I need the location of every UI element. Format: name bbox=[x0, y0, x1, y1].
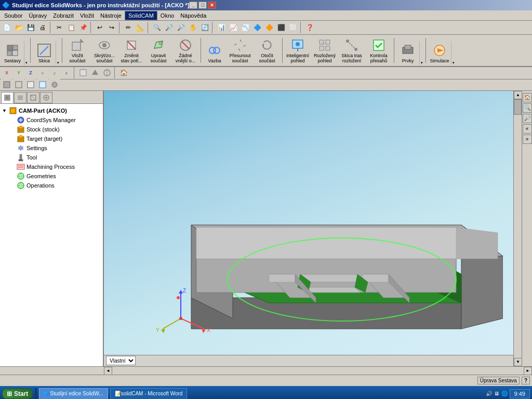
tb-kontrola[interactable]: Kontrola přesahů bbox=[366, 36, 392, 65]
tb-sestavy-button[interactable]: Sestavy bbox=[1, 41, 24, 65]
taskbar-word[interactable]: 📝 solidCAM - Microsoft Word bbox=[110, 388, 188, 399]
viewport[interactable]: Z X Y Vlastní bbox=[104, 91, 513, 366]
hscroll-right-button[interactable]: ► bbox=[524, 367, 532, 375]
menu-napoveda[interactable]: Nápověda bbox=[177, 11, 209, 20]
tb-open[interactable]: 📂 bbox=[13, 22, 24, 33]
menu-vlozit[interactable]: Vložit bbox=[77, 11, 97, 20]
tree-settings[interactable]: Settings bbox=[2, 143, 101, 153]
tb-orient2[interactable] bbox=[101, 67, 113, 78]
tb-rotate[interactable]: 🔄 bbox=[199, 22, 210, 33]
scroll-down-button[interactable]: ▼ bbox=[514, 358, 522, 366]
panel-tab-3[interactable] bbox=[27, 92, 39, 103]
scroll-up-button[interactable]: ▲ bbox=[514, 91, 522, 99]
tb-axis-yn[interactable]: y bbox=[49, 67, 60, 78]
tb-vlozit-soucast[interactable]: Vložit součást bbox=[64, 36, 90, 65]
tree-geometries[interactable]: Geometries bbox=[2, 171, 101, 181]
tb-zadne[interactable]: Žádné vnější o... bbox=[172, 36, 198, 65]
scroll-thumb[interactable] bbox=[514, 99, 522, 115]
tb-view1[interactable]: 📊 bbox=[216, 22, 227, 33]
tb-draft[interactable] bbox=[49, 79, 60, 90]
tree-root[interactable]: ▼ CAM-Part (ACKO) bbox=[2, 106, 101, 115]
sestavy-arrow[interactable]: ▾ bbox=[24, 41, 28, 65]
tb-save[interactable]: 💾 bbox=[25, 22, 36, 33]
tb-wireframe[interactable] bbox=[13, 79, 24, 90]
tb-home[interactable]: 🏠 bbox=[118, 67, 129, 78]
hscroll-left-button[interactable]: ◄ bbox=[104, 367, 112, 375]
tb-axis-x[interactable]: X bbox=[1, 67, 12, 78]
tb-zoom-out[interactable]: 🔎 bbox=[175, 22, 187, 33]
status-help[interactable]: ? bbox=[522, 377, 530, 384]
tb-sketch[interactable]: ✏ bbox=[123, 22, 134, 33]
tree-target[interactable]: Target (target) bbox=[2, 134, 101, 143]
close-button[interactable]: ✕ bbox=[208, 2, 216, 9]
tb-upravit-soucast[interactable]: Upravit součást bbox=[145, 36, 171, 65]
tb-presunout[interactable]: Přesunout součást bbox=[227, 36, 253, 65]
menu-soubor[interactable]: Soubor bbox=[1, 11, 25, 20]
panel-tab-2[interactable] bbox=[14, 92, 26, 103]
tb-view-orient[interactable] bbox=[89, 67, 101, 78]
tb-pan[interactable]: ✋ bbox=[187, 22, 198, 33]
panel-tab-tree[interactable] bbox=[1, 92, 14, 103]
tb-redo[interactable]: ↪ bbox=[106, 22, 117, 33]
tb-rozlozeny[interactable]: Rozložený pohled bbox=[312, 36, 338, 65]
tb-view2[interactable]: 📈 bbox=[228, 22, 239, 33]
tree-machining-process[interactable]: Machining Process bbox=[2, 162, 101, 171]
taskbar-solidworks[interactable]: 🔷 Studijní edice SolidW... bbox=[39, 388, 108, 399]
view-select[interactable]: Vlastní bbox=[106, 356, 136, 365]
menu-zobrazit[interactable]: Zobrazit bbox=[50, 11, 77, 20]
tb-otocit[interactable]: Otočit součást bbox=[254, 36, 280, 65]
panel-tab-4[interactable] bbox=[40, 92, 52, 103]
tb-smart-dim[interactable]: 📐 bbox=[135, 22, 146, 33]
tb-simulace-button[interactable]: Simulace bbox=[428, 41, 451, 65]
tb-prvky-button[interactable]: Prvky bbox=[396, 41, 419, 65]
tb-undo[interactable]: ↩ bbox=[94, 22, 105, 33]
root-expand[interactable]: ▼ bbox=[2, 108, 7, 113]
right-prev-button[interactable]: « bbox=[523, 124, 532, 134]
tb-axis-y[interactable]: Y bbox=[13, 67, 24, 78]
tb-help[interactable]: ❓ bbox=[304, 22, 315, 33]
simulace-arrow[interactable]: ▾ bbox=[451, 41, 455, 65]
tb-axis-zn[interactable]: z bbox=[61, 67, 72, 78]
minimize-button[interactable]: _ bbox=[189, 2, 197, 9]
tb-inteligentni[interactable]: Inteligentní pohled bbox=[285, 36, 311, 65]
tb-view5[interactable]: 🔶 bbox=[263, 22, 275, 33]
tree-coordsys[interactable]: CoordSys Manager bbox=[2, 115, 101, 125]
tb-new[interactable]: 📄 bbox=[1, 22, 12, 33]
maximize-button[interactable]: □ bbox=[198, 2, 207, 9]
tb-view4[interactable]: 🔷 bbox=[251, 22, 263, 33]
tb-cut[interactable]: ✂ bbox=[54, 22, 65, 33]
window-controls[interactable]: _ □ ✕ bbox=[189, 2, 216, 9]
tb-paste[interactable]: 📌 bbox=[77, 22, 89, 33]
menu-nastroje[interactable]: Nástroje bbox=[97, 11, 125, 20]
tb-skica-tras[interactable]: Skica tras rozložení bbox=[339, 36, 365, 65]
scroll-track[interactable] bbox=[514, 99, 522, 358]
tb-view3[interactable]: 📉 bbox=[240, 22, 251, 33]
right-home-button[interactable]: 🏠 bbox=[523, 93, 532, 102]
tb-axis-z[interactable]: Z bbox=[25, 67, 36, 78]
menu-okno[interactable]: Okno bbox=[157, 11, 177, 20]
tb-xray[interactable] bbox=[37, 79, 48, 90]
right-zoom2-button[interactable]: 🔎 bbox=[523, 114, 532, 123]
prvky-arrow[interactable]: ▾ bbox=[419, 41, 423, 65]
right-zoom-button[interactable]: 🔍 bbox=[523, 103, 532, 113]
tb-print[interactable]: 🖨 bbox=[37, 22, 48, 33]
tb-copy[interactable]: 📋 bbox=[65, 22, 77, 33]
tb-skryt-soucast[interactable]: Skrýt/zo... součást bbox=[91, 36, 117, 65]
tb-view7[interactable]: ⬜ bbox=[287, 22, 299, 33]
menu-upravy[interactable]: Úpravy bbox=[25, 11, 50, 20]
tb-zoom-fit[interactable]: 🔍 bbox=[151, 22, 163, 33]
tb-shaded[interactable] bbox=[1, 79, 12, 90]
hscroll-track[interactable] bbox=[112, 367, 524, 375]
tb-vazba[interactable]: Vazba bbox=[203, 41, 226, 65]
menu-solidcam[interactable]: SolidCAM bbox=[125, 11, 157, 20]
tb-axis-xn[interactable]: x bbox=[37, 67, 48, 78]
tb-zmenit-stav[interactable]: Změnit stav potl... bbox=[118, 36, 144, 65]
tb-skica-button[interactable]: Skica bbox=[33, 41, 56, 65]
tb-zoom-in[interactable]: 🔎 bbox=[163, 22, 175, 33]
tb-hidden[interactable] bbox=[25, 79, 36, 90]
right-next-button[interactable]: » bbox=[523, 135, 532, 144]
tb-normal-to[interactable] bbox=[77, 67, 89, 78]
tree-stock[interactable]: Stock (stock) bbox=[2, 125, 101, 134]
tree-tool[interactable]: Tool bbox=[2, 153, 101, 162]
tb-view6[interactable]: ⬛ bbox=[275, 22, 287, 33]
